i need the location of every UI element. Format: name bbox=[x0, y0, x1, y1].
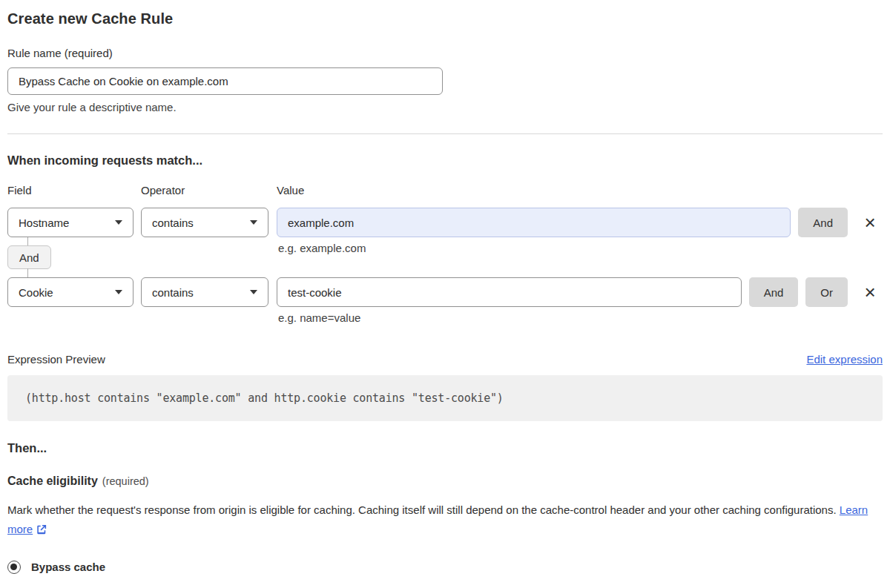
cache-eligibility-description: Mark whether the request's response from… bbox=[7, 501, 883, 541]
field-select-2[interactable]: Cookie bbox=[7, 277, 134, 307]
radio-option-label: Bypass cache bbox=[31, 561, 105, 573]
field-select-1-value: Hostname bbox=[19, 217, 69, 229]
field-select-2-value: Cookie bbox=[19, 286, 53, 299]
value-hint-1: e.g. example.com bbox=[278, 242, 366, 254]
chevron-down-icon bbox=[250, 220, 257, 225]
value-column-2: e.g. name=value bbox=[277, 277, 742, 307]
rule-name-label: Rule name (required) bbox=[7, 47, 883, 59]
expression-preview-label: Expression Preview bbox=[7, 353, 105, 366]
connector-and-button[interactable]: And bbox=[7, 245, 51, 269]
rule-name-helper: Give your rule a descriptive name. bbox=[7, 101, 883, 113]
radio-icon bbox=[7, 561, 21, 574]
value-hint-2: e.g. name=value bbox=[278, 311, 360, 324]
value-column-label: Value bbox=[277, 184, 883, 196]
value-input-1[interactable] bbox=[277, 208, 791, 237]
operator-select-1[interactable]: contains bbox=[141, 208, 268, 237]
condition-column-labels: Field Operator Value bbox=[7, 184, 883, 196]
operator-select-2-value: contains bbox=[152, 286, 194, 299]
chevron-down-icon bbox=[115, 290, 122, 294]
required-tag: (required) bbox=[102, 475, 149, 487]
condition-connector: And bbox=[7, 237, 134, 277]
value-input-2[interactable] bbox=[277, 277, 742, 307]
condition-row-1: Hostname contains e.g. example.com And × bbox=[7, 208, 883, 237]
expression-preview-header: Expression Preview Edit expression bbox=[7, 353, 883, 366]
remove-condition-button-2[interactable]: × bbox=[859, 277, 881, 307]
cache-eligibility-options: Bypass cache Eligible for cache bbox=[7, 561, 883, 588]
field-select-1[interactable]: Hostname bbox=[7, 208, 134, 237]
value-column-1: e.g. example.com bbox=[277, 208, 791, 237]
add-or-condition-button-2[interactable]: Or bbox=[805, 277, 848, 307]
rule-name-section: Rule name (required) Give your rule a de… bbox=[7, 47, 883, 113]
radio-option-bypass-cache[interactable]: Bypass cache bbox=[7, 561, 883, 574]
connector-line bbox=[27, 268, 28, 277]
remove-condition-button-1[interactable]: × bbox=[859, 208, 881, 237]
section-divider bbox=[7, 133, 883, 134]
add-and-condition-button-2[interactable]: And bbox=[749, 277, 799, 307]
operator-select-1-value: contains bbox=[152, 217, 194, 229]
rule-name-input[interactable] bbox=[7, 67, 443, 95]
cache-eligibility-title: Cache eligibility bbox=[7, 475, 98, 487]
external-link-icon bbox=[36, 521, 47, 541]
description-text: Mark whether the request's response from… bbox=[7, 503, 837, 516]
condition-row-2: Cookie contains e.g. name=value And Or × bbox=[7, 277, 883, 307]
then-heading: Then... bbox=[7, 441, 883, 455]
operator-column-label: Operator bbox=[141, 184, 268, 196]
cache-eligibility-heading: Cache eligibility(required) bbox=[7, 475, 883, 488]
chevron-down-icon bbox=[250, 290, 257, 294]
operator-select-2[interactable]: contains bbox=[141, 277, 268, 307]
chevron-down-icon bbox=[115, 220, 122, 225]
expression-code-block: (http.host contains "example.com" and ht… bbox=[7, 375, 883, 421]
field-column-label: Field bbox=[7, 184, 134, 196]
edit-expression-link[interactable]: Edit expression bbox=[806, 353, 883, 366]
add-and-condition-button-1[interactable]: And bbox=[798, 208, 848, 237]
page-title: Create new Cache Rule bbox=[7, 10, 883, 27]
match-heading: When incoming requests match... bbox=[7, 153, 883, 168]
